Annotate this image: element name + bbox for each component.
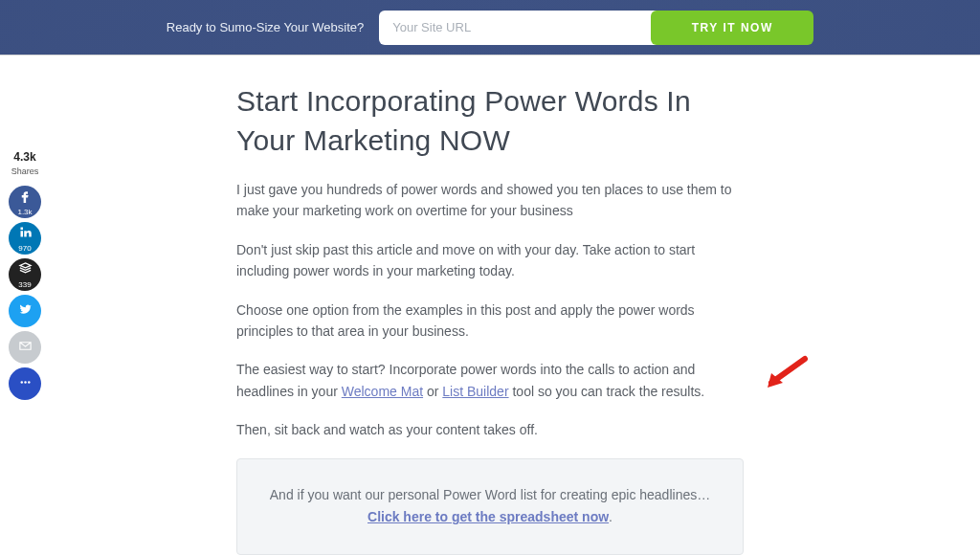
share-sidebar: 4.3k Shares 1.3k 970 339: [8, 151, 42, 400]
share-linkedin-button[interactable]: 970: [9, 222, 41, 255]
share-twitter-button[interactable]: [9, 295, 41, 327]
article-heading: Start Incorporating Power Words In Your …: [236, 82, 744, 160]
try-it-now-button[interactable]: TRY IT NOW: [651, 11, 813, 45]
buffer-count: 339: [18, 280, 31, 289]
email-icon: [18, 339, 33, 357]
list-builder-link[interactable]: List Builder: [442, 384, 508, 399]
twitter-icon: [18, 302, 33, 321]
share-facebook-button[interactable]: 1.3k: [9, 186, 41, 218]
paragraph: Then, sit back and watch as your content…: [236, 419, 744, 440]
linkedin-count: 970: [18, 244, 31, 253]
article-body: Start Incorporating Power Words In Your …: [236, 82, 744, 555]
cta-top-bar: Ready to Sumo-Size Your Website? TRY IT …: [0, 0, 980, 56]
share-total-label: Shares: [11, 166, 39, 176]
share-buffer-button[interactable]: 339: [9, 258, 41, 291]
paragraph: The easiest way to start? Incorporate po…: [236, 359, 744, 402]
annotation-arrow: [762, 354, 810, 392]
more-icon: [18, 375, 33, 393]
svg-point-0: [20, 381, 23, 384]
svg-point-1: [24, 381, 27, 384]
callout-box: And if you want our personal Power Word …: [236, 458, 744, 555]
spreadsheet-link[interactable]: Click here to get the spreadsheet now: [368, 509, 609, 524]
paragraph: Choose one option from the examples in t…: [236, 300, 744, 343]
facebook-icon: [18, 189, 33, 207]
share-more-button[interactable]: [9, 367, 41, 400]
welcome-mat-link[interactable]: Welcome Mat: [342, 384, 423, 399]
site-url-input[interactable]: [379, 11, 657, 45]
paragraph: I just gave you hundreds of power words …: [236, 179, 744, 222]
callout-lead-text: And if you want our personal Power Word …: [270, 487, 710, 502]
linkedin-icon: [18, 225, 33, 243]
paragraph: Don't just skip past this article and mo…: [236, 239, 744, 282]
share-email-button[interactable]: [9, 331, 41, 364]
share-total-count: 4.3k: [13, 151, 35, 163]
facebook-count: 1.3k: [17, 208, 32, 216]
svg-point-2: [28, 381, 31, 384]
buffer-icon: [18, 261, 33, 279]
cta-prompt-text: Ready to Sumo-Size Your Website?: [167, 20, 364, 34]
cta-form: TRY IT NOW: [379, 11, 813, 45]
